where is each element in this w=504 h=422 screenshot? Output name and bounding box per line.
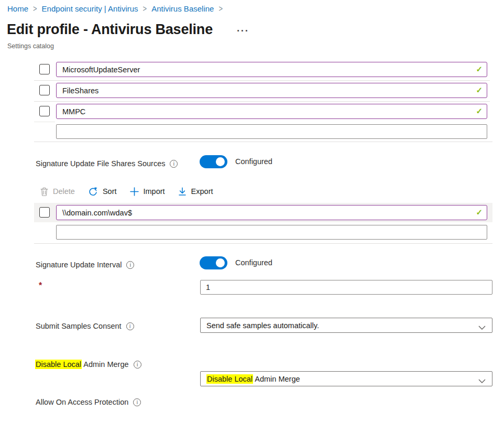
import-button[interactable]: Import: [130, 187, 165, 196]
row-checkbox[interactable]: [39, 207, 50, 218]
interval-field-wrap: [200, 280, 492, 295]
list-item: ✓: [56, 62, 487, 77]
update-interval-input[interactable]: [200, 280, 492, 295]
breadcrumb-separator: >: [143, 4, 147, 14]
toolbar-button-label: Export: [191, 187, 213, 196]
breadcrumb-antivirus-baseline[interactable]: Antivirus Baseline: [151, 4, 214, 13]
info-icon[interactable]: i: [134, 361, 141, 369]
profile-type-subtitle: Settings catalog: [7, 42, 54, 50]
section-divider: [34, 243, 492, 244]
list-item: ✓: [56, 205, 487, 220]
file-shares-sources-toggle[interactable]: [200, 155, 227, 168]
dropdown-selected-value: Disable Local Admin Merge: [206, 375, 300, 383]
export-button[interactable]: Export: [178, 187, 213, 196]
fallback-source-input-1[interactable]: [56, 62, 487, 77]
section-divider: [34, 142, 492, 142]
toggle-state-label: Configured: [235, 258, 272, 267]
more-options-icon[interactable]: ···: [237, 25, 249, 37]
download-icon: [178, 187, 187, 196]
row-checkbox[interactable]: [39, 85, 50, 95]
toolbar-button-label: Sort: [103, 187, 117, 196]
row-divider: [34, 101, 490, 102]
info-icon[interactable]: i: [126, 322, 134, 330]
search-highlight: Disable Local: [35, 360, 82, 369]
row-checkbox[interactable]: [39, 64, 50, 74]
setting-label-update-interval: Signature Update Interval i: [36, 260, 134, 269]
page-title: Edit profile - Antivirus Baseline: [7, 21, 213, 38]
row-checkbox[interactable]: [39, 106, 50, 116]
list-toolbar: Delete Sort Import Export: [40, 185, 213, 198]
disable-local-admin-merge-dropdown[interactable]: Disable Local Admin Merge: [200, 371, 492, 386]
setting-label-text: Disable Local Admin Merge: [35, 360, 129, 369]
breadcrumb-separator: >: [33, 4, 37, 14]
fallback-source-input-2[interactable]: [56, 83, 487, 98]
delete-button[interactable]: Delete: [40, 187, 75, 196]
toggle-knob: [216, 157, 225, 166]
info-icon[interactable]: i: [170, 160, 178, 168]
breadcrumb-endpoint-security-antivirus[interactable]: Endpoint security | Antivirus: [42, 4, 138, 13]
update-interval-toggle[interactable]: [200, 256, 227, 269]
setting-label-text: Signature Update File Shares Sources: [36, 159, 165, 168]
setting-label-text: Allow On Access Protection: [36, 398, 128, 406]
search-highlight: Disable Local: [206, 374, 253, 384]
submit-samples-dropdown[interactable]: Send safe samples automatically.: [200, 318, 492, 333]
chevron-down-icon: [478, 377, 486, 385]
file-share-source-input[interactable]: [56, 205, 487, 220]
list-item: ✓: [56, 104, 487, 119]
toolbar-button-label: Delete: [53, 187, 75, 196]
sort-button[interactable]: Sort: [88, 187, 117, 197]
breadcrumb-separator: >: [218, 4, 223, 14]
toggle-knob: [216, 258, 225, 267]
required-marker: *: [39, 281, 42, 290]
edit-profile-page: Home > Endpoint security | Antivirus > A…: [0, 0, 504, 422]
row-divider: [34, 80, 490, 81]
setting-label-text: Signature Update Interval: [36, 261, 122, 269]
info-icon[interactable]: i: [126, 261, 134, 269]
setting-label-file-shares-sources: Signature Update File Shares Sources i: [36, 159, 178, 168]
dropdown-selected-value: Send safe samples automatically.: [206, 321, 319, 330]
breadcrumb-home[interactable]: Home: [7, 4, 28, 13]
sort-refresh-icon: [88, 187, 98, 197]
list-item: ✓: [56, 83, 487, 98]
setting-label-submit-samples: Submit Samples Consent i: [36, 321, 134, 331]
fallback-source-input-3[interactable]: [56, 104, 487, 119]
info-icon[interactable]: i: [133, 398, 141, 406]
plus-icon: [130, 187, 139, 196]
file-share-source-input-new[interactable]: [56, 225, 487, 240]
setting-label-disable-local-admin-merge: Disable Local Admin Merge i: [35, 360, 141, 369]
row-divider: [34, 122, 55, 122]
toolbar-button-label: Import: [144, 187, 165, 196]
list-item: [56, 124, 487, 139]
toggle-state-label: Configured: [235, 157, 272, 166]
setting-label-text: Submit Samples Consent: [36, 322, 122, 330]
fallback-source-input-new[interactable]: [56, 124, 487, 139]
list-item: [56, 225, 487, 240]
breadcrumb: Home > Endpoint security | Antivirus > A…: [7, 4, 223, 13]
setting-label-on-access-protection: Allow On Access Protection i: [36, 397, 141, 407]
chevron-down-icon: [478, 323, 486, 332]
trash-icon: [40, 187, 48, 196]
